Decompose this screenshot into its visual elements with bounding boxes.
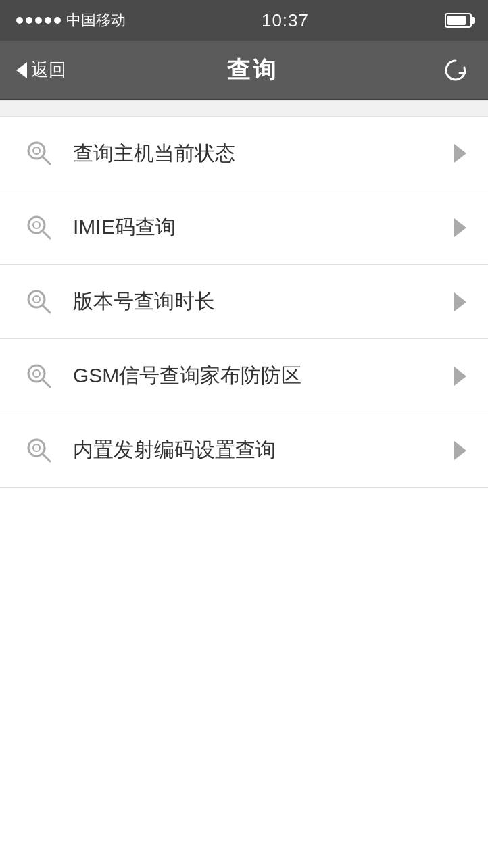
- status-time: 10:37: [262, 10, 309, 31]
- chevron-left-icon: [16, 62, 27, 78]
- menu-item-label-4: GSM信号查询家布防防区: [73, 362, 454, 390]
- svg-line-5: [43, 231, 50, 238]
- svg-point-13: [33, 444, 40, 451]
- svg-point-7: [33, 296, 40, 303]
- search-icon: [22, 433, 57, 468]
- svg-line-14: [43, 454, 50, 461]
- back-button[interactable]: 返回: [16, 58, 66, 82]
- battery-fill: [447, 16, 466, 25]
- section-separator: [0, 100, 488, 116]
- menu-item-label-2: IMIE码查询: [73, 213, 454, 241]
- chevron-right-icon: [454, 367, 466, 386]
- refresh-icon: [442, 57, 469, 84]
- carrier-label: 中国移动: [66, 10, 126, 30]
- svg-point-10: [33, 370, 40, 377]
- search-icon: [22, 284, 57, 320]
- menu-list: 查询主机当前状态 IMIE码查询 版本号查询时长 GSM信号查询家布防防区: [0, 116, 488, 488]
- chevron-right-icon: [454, 218, 466, 237]
- menu-item-3[interactable]: 版本号查询时长: [0, 265, 488, 339]
- search-icon: [22, 210, 57, 245]
- svg-line-11: [43, 380, 50, 387]
- menu-item-5[interactable]: 内置发射编码设置查询: [0, 413, 488, 488]
- svg-line-8: [43, 305, 50, 313]
- menu-item-label-5: 内置发射编码设置查询: [73, 436, 454, 464]
- menu-item-label-3: 版本号查询时长: [73, 288, 454, 315]
- svg-line-2: [43, 157, 50, 164]
- menu-item-1[interactable]: 查询主机当前状态: [0, 116, 488, 190]
- back-label: 返回: [31, 58, 66, 82]
- menu-item-label-1: 查询主机当前状态: [73, 140, 454, 168]
- menu-item-2[interactable]: IMIE码查询: [0, 190, 488, 265]
- status-bar-right: [445, 13, 472, 28]
- status-bar: 中国移动 10:37: [0, 0, 488, 41]
- chevron-right-icon: [454, 144, 466, 163]
- menu-item-4[interactable]: GSM信号查询家布防防区: [0, 339, 488, 413]
- page-title: 查询: [227, 55, 278, 86]
- signal-dots: [16, 17, 61, 24]
- chevron-right-icon: [454, 441, 466, 460]
- refresh-button[interactable]: [439, 54, 472, 86]
- navigation-bar: 返回 查询: [0, 41, 488, 100]
- chevron-right-icon: [454, 292, 466, 311]
- svg-point-4: [33, 222, 40, 228]
- status-bar-left: 中国移动: [16, 10, 126, 30]
- svg-point-1: [33, 147, 40, 154]
- bottom-empty-area: [0, 488, 488, 758]
- search-icon: [22, 359, 57, 394]
- search-icon: [22, 136, 57, 171]
- battery-icon: [445, 13, 472, 28]
